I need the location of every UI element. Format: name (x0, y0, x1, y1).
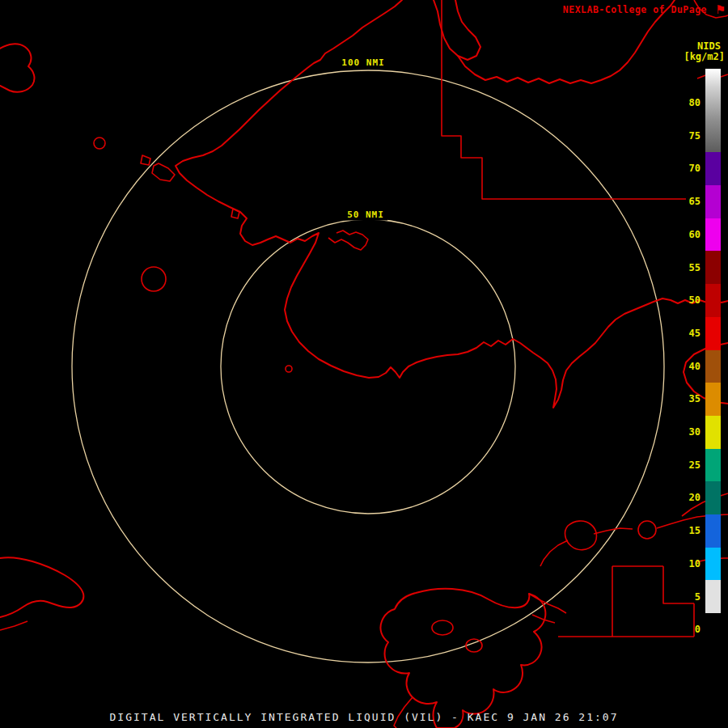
range-ring-label-50nmi: 50 NMI (344, 209, 387, 221)
scale-units: [kg/m2] (684, 51, 725, 62)
coastline-northeast (434, 0, 480, 60)
colorbar-tick-65: 65 (673, 196, 700, 207)
colorbar-segment-20 (705, 481, 721, 514)
colorbar-tick-40: 40 (673, 360, 700, 371)
coastline-main (176, 0, 728, 408)
colorbar-segment-70 (705, 152, 721, 185)
range-ring-50nmi (221, 219, 515, 514)
colorbar-tick-30: 30 (673, 426, 700, 438)
colorbar-tick-5: 5 (673, 590, 700, 602)
colorbar-segment-10 (705, 548, 721, 581)
small-island-ring-2 (142, 267, 166, 291)
coast-blob-2 (141, 155, 150, 165)
range-rings (72, 70, 664, 662)
coastline-southwest (0, 557, 83, 617)
coastline-southwest-2 (0, 621, 28, 630)
small-island-ring-3 (638, 521, 656, 539)
island-spur-east (529, 594, 566, 613)
small-island-ring-1 (94, 138, 105, 149)
coast-blob-east (565, 521, 597, 550)
coast-line-east-1 (540, 540, 568, 566)
colorbar-segment-55 (705, 251, 721, 284)
island-lake-1 (432, 620, 453, 635)
colorbar-tick-15: 15 (673, 525, 700, 536)
colorbar-ticks: 80757065605550454035302520151050 (673, 69, 700, 634)
colorbar-segment-5 (705, 580, 721, 613)
colorbar-segment-60 (705, 218, 721, 252)
coastline-hook (328, 231, 368, 250)
colorbar-segment-75 (705, 120, 721, 153)
colorbar-tick-35: 35 (673, 393, 700, 404)
colorbar-tick-45: 45 (673, 328, 700, 339)
scale-title: NIDS (697, 40, 721, 52)
colorbar-segment-40 (705, 350, 721, 383)
flag-icon: ⚑ (717, 1, 725, 17)
radar-display: 100 NMI 50 NMI NEXLAB-College of DuPage … (0, 0, 728, 728)
product-caption: DIGITAL VERTICALLY INTEGRATED LIQUID (VI… (0, 711, 728, 723)
colorbar-tick-10: 10 (673, 558, 700, 569)
colorbar-tick-60: 60 (673, 229, 700, 240)
colorbar-tick-55: 55 (673, 261, 700, 273)
colorbar-segment-80 (705, 87, 721, 120)
small-island-ring-4 (286, 366, 292, 372)
colorbar-segment-top (705, 69, 721, 87)
colorbar-segment-25 (705, 449, 721, 482)
colorbar-segment-65 (705, 185, 721, 218)
colorbar-tick-70: 70 (673, 163, 700, 174)
colorbar-tick-0: 0 (673, 624, 700, 635)
colorbar-segments (705, 69, 721, 634)
colorbar-segment-35 (705, 383, 721, 416)
colorbar-tick-80: 80 (673, 97, 700, 108)
colorbar-tick-25: 25 (673, 459, 700, 470)
coastline-topleft (0, 44, 34, 91)
colorbar-tick-20: 20 (673, 492, 700, 503)
range-ring-100nmi (72, 70, 664, 662)
boundary-lines (442, 0, 694, 637)
colorbar-segment-15 (705, 514, 721, 548)
coastlines (0, 0, 728, 728)
colorbar-segment-30 (705, 416, 721, 449)
colorbar-tick-75: 75 (673, 129, 700, 141)
island-complex-outline (380, 589, 545, 728)
colorbar-tick-50: 50 (673, 294, 700, 306)
colorbar-segment-50 (705, 284, 721, 317)
colorbar-segment-45 (705, 317, 721, 350)
brand-text: NEXLAB-College of DuPage (563, 4, 707, 15)
radar-map (0, 0, 728, 728)
range-ring-label-100nmi: 100 NMI (338, 57, 387, 69)
coast-blob-1 (152, 163, 175, 181)
colorbar-segment-0 (705, 613, 721, 634)
